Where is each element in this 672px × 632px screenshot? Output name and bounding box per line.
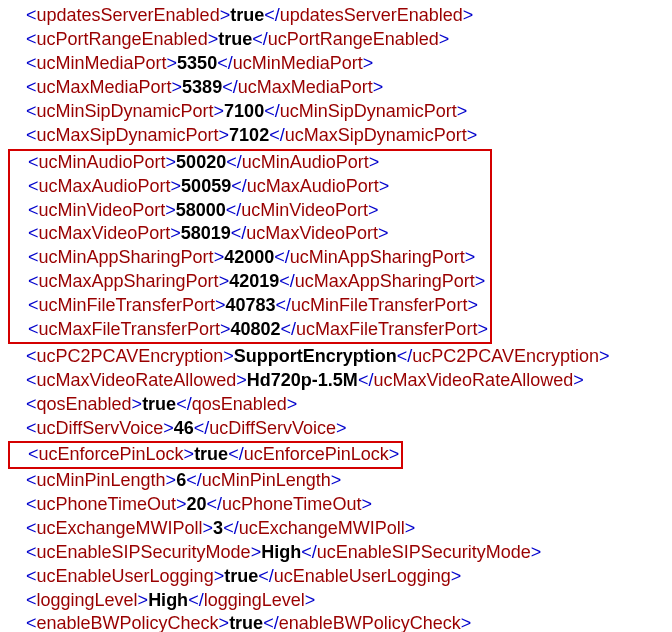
xml-close-tag: ucMinMediaPort [233, 53, 363, 73]
xml-value: true [194, 444, 228, 464]
xml-close-tag: ucEnableSIPSecurityMode [317, 542, 531, 562]
xml-value: 46 [174, 418, 194, 438]
xml-open-tag: ucMinSipDynamicPort [37, 101, 214, 121]
highlight-box-ports: <ucMinAudioPort>50020</ucMinAudioPort><u… [8, 149, 492, 345]
xml-open-tag: ucMinAudioPort [39, 152, 166, 172]
xml-open-tag: loggingLevel [37, 590, 138, 610]
xml-open-tag: qosEnabled [37, 394, 132, 414]
xml-line: <ucMaxVideoPort>58019</ucMaxVideoPort> [10, 222, 488, 246]
xml-value: 3 [213, 518, 223, 538]
xml-line: <ucMinVideoPort>58000</ucMinVideoPort> [10, 199, 488, 223]
xml-value: High [148, 590, 188, 610]
xml-open-tag: ucEnableUserLogging [37, 566, 214, 586]
xml-line: <ucEnforcePinLock>true</ucEnforcePinLock… [10, 443, 399, 467]
xml-line: <ucMaxAppSharingPort>42019</ucMaxAppShar… [10, 270, 488, 294]
xml-line: <ucMinAppSharingPort>42000</ucMinAppShar… [10, 246, 488, 270]
xml-value: 20 [186, 494, 206, 514]
xml-value: true [218, 29, 252, 49]
xml-value: 58019 [181, 223, 231, 243]
xml-value: 7102 [229, 125, 269, 145]
xml-value: High [261, 542, 301, 562]
xml-line: <ucMinFileTransferPort>40783</ucMinFileT… [10, 294, 488, 318]
xml-open-tag: ucMaxMediaPort [37, 77, 172, 97]
xml-value: true [230, 5, 264, 25]
xml-close-tag: ucMinVideoPort [241, 200, 368, 220]
xml-close-tag: ucMaxAppSharingPort [295, 271, 475, 291]
xml-value: true [224, 566, 258, 586]
xml-line: <loggingLevel>High</loggingLevel> [8, 589, 664, 613]
xml-line: <enableBWPolicyCheck>true</enableBWPolic… [8, 612, 664, 632]
xml-close-tag: ucMinAppSharingPort [290, 247, 465, 267]
xml-line: <ucMaxSipDynamicPort>7102</ucMaxSipDynam… [8, 124, 664, 148]
xml-close-tag: ucMinAudioPort [242, 152, 369, 172]
xml-open-tag: ucPhoneTimeOut [37, 494, 176, 514]
xml-close-tag: ucPortRangeEnabled [268, 29, 439, 49]
xml-open-tag: ucEnableSIPSecurityMode [37, 542, 251, 562]
xml-open-tag: ucMinMediaPort [37, 53, 167, 73]
xml-line: <ucExchangeMWIPoll>3</ucExchangeMWIPoll> [8, 517, 664, 541]
xml-close-tag: updatesServerEnabled [280, 5, 463, 25]
xml-line: <ucPortRangeEnabled>true</ucPortRangeEna… [8, 28, 664, 52]
xml-open-tag: ucMaxAppSharingPort [39, 271, 219, 291]
xml-line: <ucEnableSIPSecurityMode>High</ucEnableS… [8, 541, 664, 565]
highlight-box-pinlock: <ucEnforcePinLock>true</ucEnforcePinLock… [8, 441, 403, 469]
xml-close-tag: loggingLevel [204, 590, 305, 610]
xml-line: <updatesServerEnabled>true</updatesServe… [8, 4, 664, 28]
xml-line: <ucMinAudioPort>50020</ucMinAudioPort> [10, 151, 488, 175]
xml-close-tag: ucPC2PCAVEncryption [412, 346, 599, 366]
xml-value: SupportEncryption [234, 346, 397, 366]
xml-line: <ucMaxFileTransferPort>40802</ucMaxFileT… [10, 318, 488, 342]
xml-value: true [229, 613, 263, 632]
xml-value: 5350 [177, 53, 217, 73]
xml-line: <ucPC2PCAVEncryption>SupportEncryption</… [8, 345, 664, 369]
xml-value: 40802 [230, 319, 280, 339]
xml-close-tag: ucMinPinLength [202, 470, 331, 490]
xml-open-tag: ucMaxFileTransferPort [39, 319, 220, 339]
xml-value: 40783 [225, 295, 275, 315]
xml-line: <ucMinMediaPort>5350</ucMinMediaPort> [8, 52, 664, 76]
xml-value: 7100 [224, 101, 264, 121]
xml-close-tag: ucEnforcePinLock [244, 444, 389, 464]
xml-open-tag: ucMaxSipDynamicPort [37, 125, 219, 145]
xml-open-tag: updatesServerEnabled [37, 5, 220, 25]
xml-open-tag: ucMinVideoPort [39, 200, 166, 220]
xml-open-tag: ucMaxAudioPort [39, 176, 171, 196]
xml-line: <ucPhoneTimeOut>20</ucPhoneTimeOut> [8, 493, 664, 517]
xml-value: 58000 [176, 200, 226, 220]
xml-open-tag: ucExchangeMWIPoll [37, 518, 203, 538]
xml-value: Hd720p-1.5M [247, 370, 358, 390]
xml-content: <updatesServerEnabled>true</updatesServe… [8, 4, 664, 632]
xml-line: <ucMaxVideoRateAllowed>Hd720p-1.5M</ucMa… [8, 369, 664, 393]
xml-value: 42000 [224, 247, 274, 267]
xml-close-tag: ucDiffServVoice [209, 418, 336, 438]
xml-line: <ucMinPinLength>6</ucMinPinLength> [8, 469, 664, 493]
xml-close-tag: ucEnableUserLogging [274, 566, 451, 586]
xml-open-tag: ucPortRangeEnabled [37, 29, 208, 49]
xml-close-tag: ucMaxSipDynamicPort [285, 125, 467, 145]
xml-close-tag: ucMinFileTransferPort [291, 295, 467, 315]
xml-value: 6 [176, 470, 186, 490]
xml-open-tag: ucMaxVideoPort [39, 223, 171, 243]
xml-line: <ucMinSipDynamicPort>7100</ucMinSipDynam… [8, 100, 664, 124]
xml-close-tag: ucMaxMediaPort [238, 77, 373, 97]
xml-value: 42019 [229, 271, 279, 291]
xml-open-tag: ucMinFileTransferPort [39, 295, 215, 315]
xml-close-tag: ucMaxVideoRateAllowed [373, 370, 573, 390]
xml-close-tag: ucMinSipDynamicPort [280, 101, 457, 121]
xml-open-tag: ucEnforcePinLock [39, 444, 184, 464]
xml-value: 50020 [176, 152, 226, 172]
xml-open-tag: ucMinAppSharingPort [39, 247, 214, 267]
xml-close-tag: ucExchangeMWIPoll [239, 518, 405, 538]
xml-value: true [142, 394, 176, 414]
xml-line: <ucEnableUserLogging>true</ucEnableUserL… [8, 565, 664, 589]
xml-close-tag: ucPhoneTimeOut [222, 494, 361, 514]
xml-open-tag: ucPC2PCAVEncryption [37, 346, 224, 366]
xml-close-tag: ucMaxVideoPort [246, 223, 378, 243]
xml-open-tag: ucMaxVideoRateAllowed [37, 370, 237, 390]
xml-close-tag: qosEnabled [192, 394, 287, 414]
xml-line: <qosEnabled>true</qosEnabled> [8, 393, 664, 417]
xml-value: 5389 [182, 77, 222, 97]
xml-close-tag: enableBWPolicyCheck [279, 613, 461, 632]
xml-line: <ucMaxMediaPort>5389</ucMaxMediaPort> [8, 76, 664, 100]
xml-line: <ucMaxAudioPort>50059</ucMaxAudioPort> [10, 175, 488, 199]
